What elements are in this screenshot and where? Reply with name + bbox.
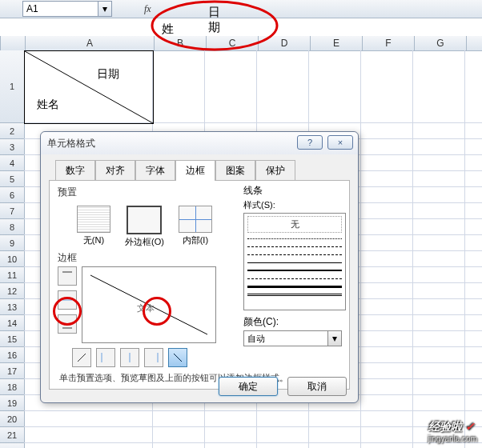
border-bottom-button[interactable] bbox=[58, 314, 77, 334]
cell[interactable] bbox=[465, 443, 482, 448]
tab-border[interactable]: 边框 bbox=[175, 160, 215, 181]
cell-A1-merged[interactable]: 日期 姓名 bbox=[24, 50, 154, 124]
style-thick[interactable] bbox=[247, 283, 342, 290]
cell[interactable] bbox=[205, 411, 257, 427]
col-header-A[interactable]: A bbox=[26, 36, 155, 51]
style-dotted[interactable] bbox=[247, 235, 342, 242]
row-header-8[interactable]: 8 bbox=[0, 219, 25, 235]
cell[interactable] bbox=[257, 443, 309, 448]
cell[interactable] bbox=[361, 299, 413, 315]
cell[interactable] bbox=[465, 315, 482, 331]
cell[interactable] bbox=[205, 427, 257, 443]
row-header-9[interactable]: 9 bbox=[0, 235, 25, 251]
cell[interactable] bbox=[413, 299, 465, 315]
tab-fill[interactable]: 图案 bbox=[215, 160, 255, 181]
row-header-20[interactable]: 20 bbox=[0, 411, 25, 427]
cell[interactable] bbox=[413, 363, 465, 379]
cell[interactable] bbox=[205, 50, 257, 123]
row-header-5[interactable]: 5 bbox=[0, 171, 25, 187]
row-header-22[interactable]: 22 bbox=[0, 443, 25, 448]
preset-inside[interactable]: 内部(I) bbox=[179, 206, 212, 248]
cell[interactable] bbox=[361, 155, 413, 171]
col-header-F[interactable]: F bbox=[363, 36, 415, 51]
cell[interactable] bbox=[413, 347, 465, 363]
cell[interactable] bbox=[465, 331, 482, 347]
cell[interactable] bbox=[465, 50, 482, 123]
cell[interactable] bbox=[153, 411, 205, 427]
cell[interactable] bbox=[413, 187, 465, 203]
cell[interactable] bbox=[413, 251, 465, 267]
tab-protection[interactable]: 保护 bbox=[255, 160, 295, 181]
cell[interactable] bbox=[413, 443, 465, 448]
cell[interactable] bbox=[24, 427, 153, 443]
cell[interactable] bbox=[465, 187, 482, 203]
row-header-16[interactable]: 16 bbox=[0, 347, 25, 363]
cell[interactable] bbox=[413, 315, 465, 331]
cell[interactable] bbox=[361, 235, 413, 251]
cell[interactable] bbox=[361, 187, 413, 203]
border-right-button[interactable] bbox=[144, 348, 163, 367]
cell[interactable] bbox=[361, 50, 413, 123]
cell[interactable] bbox=[309, 411, 361, 427]
preset-outline[interactable]: 外边框(O) bbox=[125, 206, 164, 248]
cell[interactable] bbox=[465, 267, 482, 283]
ok-button[interactable]: 确定 bbox=[219, 377, 278, 396]
cell[interactable] bbox=[413, 283, 465, 299]
row-header-15[interactable]: 15 bbox=[0, 331, 25, 347]
cell[interactable] bbox=[413, 123, 465, 139]
tab-alignment[interactable]: 对齐 bbox=[95, 160, 135, 181]
cell[interactable] bbox=[361, 363, 413, 379]
cell[interactable] bbox=[413, 155, 465, 171]
cell[interactable] bbox=[465, 139, 482, 155]
style-thin[interactable] bbox=[247, 259, 342, 266]
row-header-11[interactable]: 11 bbox=[0, 267, 25, 283]
border-diag-down-button[interactable] bbox=[168, 348, 187, 367]
select-all-corner[interactable] bbox=[0, 36, 26, 51]
col-header-H[interactable]: H bbox=[467, 36, 482, 51]
cell[interactable] bbox=[361, 411, 413, 427]
row-header-19[interactable]: 19 bbox=[0, 395, 25, 411]
border-preview[interactable]: 文本 bbox=[82, 266, 216, 343]
cell[interactable] bbox=[361, 315, 413, 331]
cell[interactable] bbox=[413, 395, 465, 411]
style-dashdot[interactable] bbox=[247, 275, 342, 282]
name-box[interactable]: A1 bbox=[22, 1, 98, 17]
cell[interactable] bbox=[257, 427, 309, 443]
cell[interactable] bbox=[465, 347, 482, 363]
preset-none[interactable]: 无(N) bbox=[77, 206, 110, 248]
row-header-21[interactable]: 21 bbox=[0, 427, 25, 443]
cell[interactable] bbox=[24, 411, 153, 427]
fx-label[interactable]: fx bbox=[144, 3, 151, 15]
border-diag-up-button[interactable] bbox=[72, 348, 91, 367]
cell[interactable] bbox=[361, 443, 413, 448]
cell[interactable] bbox=[465, 235, 482, 251]
cell[interactable] bbox=[309, 427, 361, 443]
col-header-E[interactable]: E bbox=[311, 36, 363, 51]
border-middle-v-button[interactable] bbox=[120, 348, 139, 367]
cell[interactable] bbox=[153, 443, 205, 448]
cell[interactable] bbox=[257, 50, 309, 123]
cell[interactable] bbox=[361, 395, 413, 411]
cell[interactable] bbox=[465, 299, 482, 315]
cell[interactable] bbox=[205, 443, 257, 448]
cell[interactable] bbox=[465, 155, 482, 171]
cell[interactable] bbox=[361, 219, 413, 235]
row-header-2[interactable]: 2 bbox=[0, 123, 25, 139]
dialog-titlebar[interactable]: 单元格格式 ? × bbox=[41, 132, 358, 154]
cell[interactable] bbox=[153, 50, 205, 123]
cell[interactable] bbox=[465, 395, 482, 411]
row-header-12[interactable]: 12 bbox=[0, 283, 25, 299]
cell[interactable] bbox=[257, 411, 309, 427]
style-none[interactable]: 无 bbox=[247, 216, 342, 233]
cell[interactable] bbox=[361, 347, 413, 363]
cell[interactable] bbox=[413, 331, 465, 347]
cell[interactable] bbox=[465, 251, 482, 267]
border-middle-h-button[interactable] bbox=[58, 290, 77, 310]
cell[interactable] bbox=[309, 443, 361, 448]
cell[interactable] bbox=[465, 171, 482, 187]
cell[interactable] bbox=[465, 363, 482, 379]
line-style-list[interactable]: 无 bbox=[243, 213, 346, 310]
row-header-17[interactable]: 17 bbox=[0, 363, 25, 379]
style-medium[interactable] bbox=[247, 267, 342, 274]
cell[interactable] bbox=[413, 219, 465, 235]
